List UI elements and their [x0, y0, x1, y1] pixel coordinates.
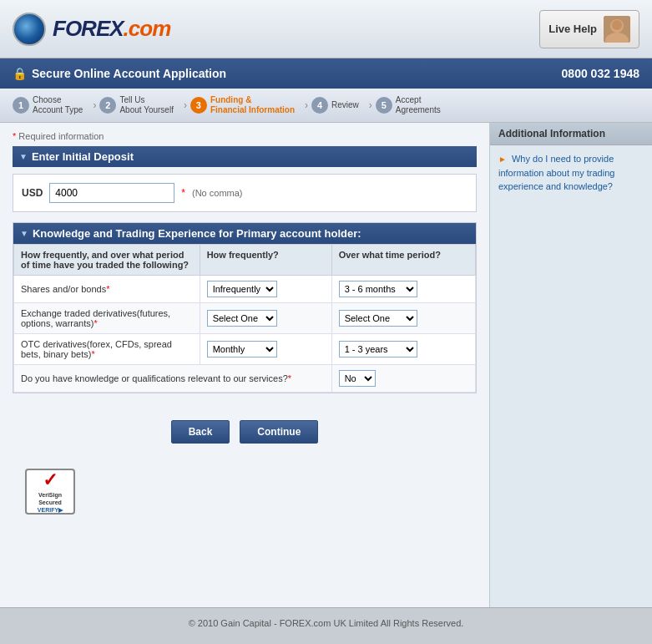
step-5[interactable]: 5 AcceptAgreements — [376, 95, 441, 115]
step-2-label: Tell UsAbout Yourself — [119, 95, 174, 115]
step-5-label: AcceptAgreements — [396, 95, 441, 115]
step-1-label: ChooseAccount Type — [33, 95, 83, 115]
step-sep-3: › — [305, 99, 308, 111]
shares-time-select[interactable]: Select One 3 - 6 months 6 - 12 months 1 … — [339, 281, 417, 297]
logo-forex: FOREX.com — [53, 16, 170, 42]
right-sidebar: Additional Information ► Why do I need t… — [489, 123, 652, 607]
row-freq-shares: Select One Infrequently Monthly Weekly D… — [200, 276, 331, 303]
collapse-arrow-knowledge: ▼ — [20, 229, 28, 238]
col-header-freq: How frequently? — [200, 245, 331, 276]
otc-time-select[interactable]: Select One 3 - 6 months 6 - 12 months 1 … — [339, 341, 417, 357]
left-content: * Required information ▼ Enter Initial D… — [0, 123, 489, 607]
sidebar-header: Additional Information — [490, 123, 652, 145]
currency-label: USD — [22, 187, 43, 199]
collapse-arrow-deposit: ▼ — [19, 152, 28, 161]
secure-title: 🔒 Secure Online Account Application — [13, 67, 226, 80]
step-1[interactable]: 1 ChooseAccount Type — [13, 95, 83, 115]
step-sep-4: › — [369, 99, 372, 111]
step-4-num: 4 — [311, 97, 328, 114]
row-label-knowledge: Do you have knowledge or qualifications … — [14, 365, 332, 393]
row-knowledge-select-cell: No Yes — [331, 365, 475, 393]
page-header: FOREX.com Live Help — [0, 0, 652, 58]
req-star-derivatives: * — [94, 318, 97, 328]
row-freq-derivatives: Select One Infrequently Monthly Weekly D… — [200, 303, 331, 334]
sidebar-content: ► Why do I need to provide information a… — [490, 145, 652, 200]
knowledge-content: How frequently, and over what period of … — [13, 244, 476, 393]
logo-area: FOREX.com — [13, 13, 170, 46]
table-row: Do you have knowledge or qualifications … — [14, 365, 476, 393]
table-row: Exchange traded derivatives(futures, opt… — [14, 303, 476, 334]
verisign-text: VeriSign Secured VERIFY▶ — [38, 491, 63, 514]
button-area: Back Continue — [13, 403, 477, 460]
table-row: OTC derivatives(forex, CFDs, spread bets… — [14, 334, 476, 365]
req-star-otc: * — [91, 349, 94, 359]
row-time-shares: Select One 3 - 6 months 6 - 12 months 1 … — [331, 276, 475, 303]
col-header-period: How frequently, and over what period of … — [14, 245, 200, 276]
svg-point-3 — [612, 20, 622, 30]
live-help-button[interactable]: Live Help — [539, 10, 639, 48]
live-help-label: Live Help — [548, 23, 597, 35]
trading-table: How frequently, and over what period of … — [13, 244, 476, 393]
main-layout: * Required information ▼ Enter Initial D… — [0, 123, 652, 607]
knowledge-area: ▼ Knowledge and Trading Experience for P… — [13, 222, 477, 393]
sidebar-arrow-icon: ► — [498, 155, 507, 164]
row-label-otc: OTC derivatives(forex, CFDs, spread bets… — [14, 334, 200, 365]
required-info: * Required information — [13, 131, 477, 141]
shares-freq-select[interactable]: Select One Infrequently Monthly Weekly D… — [207, 281, 277, 297]
row-label-derivatives: Exchange traded derivatives(futures, opt… — [14, 303, 200, 334]
step-3[interactable]: 3 Funding &Financial Information — [190, 95, 295, 115]
row-time-otc: Select One 3 - 6 months 6 - 12 months 1 … — [331, 334, 475, 365]
step-sep-2: › — [184, 99, 187, 111]
step-3-num: 3 — [190, 97, 207, 114]
back-button[interactable]: Back — [171, 420, 230, 444]
knowledge-select[interactable]: No Yes — [339, 370, 376, 387]
step-3-label: Funding &Financial Information — [210, 95, 295, 115]
step-2-num: 2 — [99, 97, 116, 114]
otc-freq-select[interactable]: Select One Infrequently Monthly Weekly D… — [207, 341, 277, 357]
lock-icon: 🔒 — [13, 67, 27, 80]
no-comma-label: (No comma) — [192, 188, 243, 198]
derivatives-time-select[interactable]: Select One 3 - 6 months 6 - 12 months 1 … — [339, 310, 417, 327]
row-freq-otc: Select One Infrequently Monthly Weekly D… — [200, 334, 331, 365]
step-2[interactable]: 2 Tell UsAbout Yourself — [99, 95, 174, 115]
steps-bar: 1 ChooseAccount Type › 2 Tell UsAbout Yo… — [0, 89, 652, 123]
deposit-area: USD * (No comma) — [13, 174, 477, 212]
footer-text: © 2010 Gain Capital - FOREX.com UK Limit… — [189, 618, 464, 628]
table-row: Shares and/or bonds* Select One Infreque… — [14, 276, 476, 303]
step-sep-1: › — [93, 99, 96, 111]
row-time-derivatives: Select One 3 - 6 months 6 - 12 months 1 … — [331, 303, 475, 334]
col-header-time: Over what time period? — [331, 245, 475, 276]
page-footer: © 2010 Gain Capital - FOREX.com UK Limit… — [0, 607, 652, 638]
sidebar-link-0[interactable]: ► Why do I need to provide information a… — [498, 152, 644, 194]
verisign-area: ✓ VeriSign Secured VERIFY▶ — [13, 460, 477, 523]
deposit-row: USD * (No comma) — [22, 183, 468, 203]
deposit-input[interactable] — [49, 183, 174, 203]
live-help-avatar — [604, 16, 630, 43]
required-star: * — [13, 131, 16, 141]
secure-bar: 🔒 Secure Online Account Application 0800… — [0, 58, 652, 89]
verisign-check-icon: ✓ — [43, 469, 58, 491]
req-star-knowledge: * — [288, 373, 291, 383]
verisign-badge[interactable]: ✓ VeriSign Secured VERIFY▶ — [25, 469, 75, 515]
step-1-num: 1 — [13, 97, 29, 114]
deposit-section-header: ▼ Enter Initial Deposit — [13, 146, 477, 167]
continue-button[interactable]: Continue — [240, 420, 318, 444]
knowledge-section-header: ▼ Knowledge and Trading Experience for P… — [13, 223, 476, 244]
row-label-shares: Shares and/or bonds* — [14, 276, 200, 303]
req-star-shares: * — [106, 284, 109, 294]
step-4[interactable]: 4 Review — [311, 97, 359, 114]
required-mark-deposit: * — [181, 187, 185, 199]
step-5-num: 5 — [376, 97, 392, 114]
phone-number: 0800 032 1948 — [562, 67, 639, 80]
step-4-label: Review — [331, 100, 359, 110]
derivatives-freq-select[interactable]: Select One Infrequently Monthly Weekly D… — [207, 310, 277, 327]
logo-dotcom: .com — [124, 16, 171, 41]
globe-icon — [13, 13, 46, 46]
